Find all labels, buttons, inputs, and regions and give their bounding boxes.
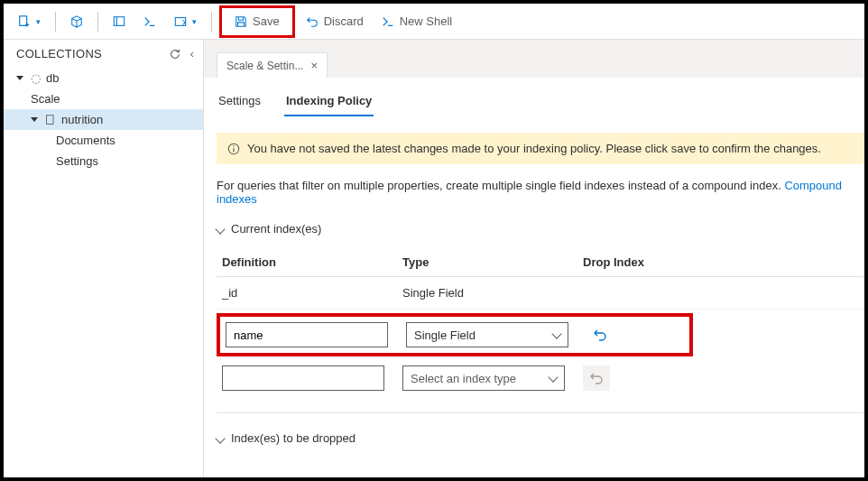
type-select-placeholder: Select an index type [411, 372, 516, 385]
scale-label: Scale [31, 92, 60, 106]
chevron-down-icon: ▾ [36, 17, 41, 26]
subtab-settings[interactable]: Settings [217, 90, 263, 116]
section-current-indexes[interactable]: Current index(es) [217, 222, 864, 236]
save-label: Save [253, 14, 280, 28]
subtabs: Settings Indexing Policy [217, 90, 864, 116]
save-button[interactable]: Save [219, 5, 295, 38]
panel-button[interactable] [106, 9, 133, 34]
shell-button[interactable] [136, 9, 163, 34]
undo-button[interactable] [586, 322, 614, 347]
db-label: db [46, 71, 59, 85]
type-select-empty[interactable]: Select an index type [402, 365, 565, 391]
undo-icon [593, 328, 607, 342]
shell-icon [382, 15, 394, 28]
tree-collection-nutrition[interactable]: nutrition [4, 109, 203, 130]
content: Settings Indexing Policy You have not sa… [204, 78, 864, 458]
new-doc-icon [18, 15, 31, 28]
tab-label: Scale & Settin... [226, 60, 303, 72]
index-table-header: Definition Type Drop Index [217, 248, 864, 277]
warning-text: You have not saved the latest changes ma… [247, 142, 821, 155]
close-icon[interactable]: × [310, 59, 318, 72]
documents-label: Documents [56, 134, 115, 147]
shell-icon [143, 15, 156, 28]
tree-scale[interactable]: Scale [4, 88, 203, 109]
open-icon [174, 15, 187, 28]
table-row: Select an index type [217, 360, 864, 400]
separator [97, 12, 98, 32]
tabstrip: Scale & Settin... × [204, 40, 864, 78]
definition-input-empty[interactable] [222, 365, 384, 391]
description: For queries that filter on multiple prop… [217, 179, 864, 206]
subtab-indexing-policy[interactable]: Indexing Policy [284, 90, 374, 116]
sidebar: COLLECTIONS ‹ ◌ db Scale nutrition Docum… [4, 40, 204, 477]
settings-label: Settings [56, 154, 98, 168]
discard-button[interactable]: Discard [299, 9, 371, 34]
collection-label: nutrition [61, 113, 103, 126]
tree-settings[interactable]: Settings [4, 151, 203, 171]
sidebar-header: COLLECTIONS ‹ [4, 40, 203, 66]
type-select-value: Single Field [414, 328, 476, 342]
separator [55, 12, 56, 32]
table-row-highlighted: Single Field [217, 313, 693, 356]
svg-point-9 [233, 145, 235, 147]
caret-down-icon [31, 117, 38, 122]
svg-rect-0 [20, 15, 27, 25]
tree-db[interactable]: ◌ db [4, 68, 203, 88]
definition-input[interactable] [226, 322, 388, 347]
index-table: Definition Type Drop Index _id Single Fi… [217, 248, 864, 400]
cell-type: Single Field [402, 286, 583, 300]
toolbar: ▾ ▾ Save Discard New Shell [4, 4, 864, 40]
panel-icon [113, 15, 125, 28]
discard-label: Discard [324, 14, 364, 28]
svg-rect-6 [47, 115, 54, 124]
section-dropped-indexes[interactable]: Index(es) to be dropped [217, 431, 864, 445]
collections-title: COLLECTIONS [16, 47, 102, 60]
database-icon: ◌ [31, 71, 41, 85]
description-text: For queries that filter on multiple prop… [217, 179, 784, 192]
refresh-icon[interactable] [169, 48, 181, 60]
chevron-left-icon[interactable]: ‹ [190, 48, 194, 60]
warning-bar: You have not saved the latest changes ma… [217, 133, 864, 164]
save-icon [235, 15, 247, 28]
chevron-down-icon [551, 328, 561, 338]
info-icon [227, 143, 240, 155]
section-current-label: Current index(es) [231, 222, 321, 236]
newshell-label: New Shell [400, 14, 453, 28]
collection-icon [45, 115, 56, 125]
separator [211, 12, 212, 32]
type-select[interactable]: Single Field [406, 322, 568, 347]
chevron-down-icon: ▾ [192, 17, 197, 26]
tree-documents[interactable]: Documents [4, 130, 203, 151]
tab-scale-settings[interactable]: Scale & Settin... × [217, 52, 328, 78]
caret-down-icon [16, 76, 23, 80]
col-drop: Drop Index [583, 255, 691, 269]
svg-rect-3 [114, 16, 124, 25]
undo-icon [589, 371, 604, 385]
cube-button[interactable] [63, 9, 90, 34]
new-shell-button[interactable]: New Shell [374, 9, 460, 34]
chevron-down-icon [215, 433, 225, 443]
main: Scale & Settin... × Settings Indexing Po… [204, 40, 864, 477]
collections-tree: ◌ db Scale nutrition Documents Settings [4, 66, 203, 173]
new-item-button[interactable]: ▾ [11, 9, 48, 34]
chevron-down-icon [548, 372, 558, 382]
undo-button-disabled [583, 365, 610, 391]
chevron-down-icon [215, 224, 225, 234]
table-row: _id Single Field [217, 277, 864, 310]
cube-icon [70, 15, 83, 28]
undo-icon [306, 15, 319, 28]
open-button[interactable]: ▾ [167, 9, 204, 34]
col-type: Type [402, 255, 583, 269]
cell-definition: _id [222, 286, 402, 300]
divider [217, 412, 864, 413]
section-dropped-label: Index(es) to be dropped [231, 431, 356, 445]
col-definition: Definition [222, 255, 402, 269]
